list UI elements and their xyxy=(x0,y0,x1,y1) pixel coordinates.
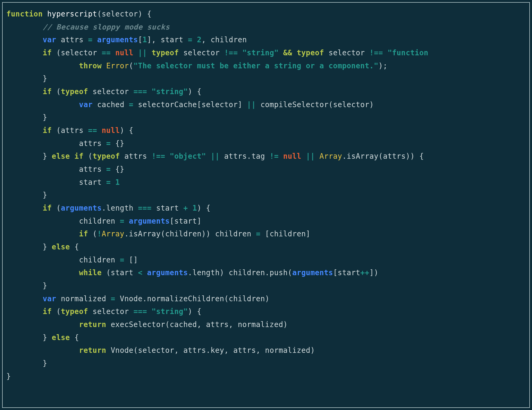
code-token: ++ xyxy=(360,268,369,277)
code-token xyxy=(115,217,120,225)
code-token: attrs xyxy=(233,346,256,354)
code-token: ); xyxy=(379,61,388,70)
code-token: { xyxy=(197,87,201,96)
code-token xyxy=(6,113,43,122)
code-token xyxy=(206,152,211,160)
code-token: Vnode xyxy=(120,294,142,303)
code-token: selector xyxy=(102,10,138,18)
code-token: if xyxy=(43,204,52,212)
code-token: ( xyxy=(56,204,61,212)
code-token: [ xyxy=(265,229,269,238)
code-token: "string" xyxy=(152,87,188,96)
code-token: selector xyxy=(329,48,365,57)
code-token: ( xyxy=(106,268,111,277)
code-token: normalizeChildren xyxy=(147,294,224,303)
code-token: !== xyxy=(369,48,383,57)
code-token xyxy=(52,48,56,57)
code-token: . xyxy=(342,152,347,160)
code-token xyxy=(202,204,206,212)
code-token xyxy=(242,100,247,109)
code-token: = xyxy=(120,256,124,264)
code-line: } xyxy=(6,74,47,83)
code-token xyxy=(143,268,147,277)
code-token xyxy=(156,35,161,44)
code-token xyxy=(134,100,138,109)
code-token xyxy=(84,152,88,160)
code-token: ( xyxy=(129,61,134,70)
code-token xyxy=(52,307,56,316)
code-token: === xyxy=(134,87,147,96)
code-token xyxy=(6,281,43,290)
code-line: if (!Array.isArray(children)) children =… xyxy=(6,229,310,238)
code-token: )) xyxy=(406,152,415,160)
code-token: , xyxy=(224,346,229,354)
code-token: && xyxy=(283,48,292,57)
code-token: ]) xyxy=(369,268,379,277)
code-token: , xyxy=(202,35,206,44)
code-token: . xyxy=(124,229,129,238)
code-token xyxy=(97,126,102,135)
code-token: start xyxy=(338,268,360,277)
code-line: children = arguments[start] xyxy=(6,217,201,225)
code-line: attrs = {} xyxy=(6,139,124,148)
code-token: ( xyxy=(97,10,102,18)
code-token: var xyxy=(43,35,56,44)
code-token: [ xyxy=(170,217,174,225)
code-token xyxy=(106,320,111,329)
code-token: ( xyxy=(56,126,61,135)
code-token xyxy=(93,100,97,109)
code-token: // Because sloppy mode sucks xyxy=(43,23,170,31)
code-token: = xyxy=(188,35,192,44)
code-token: while xyxy=(79,268,102,277)
code-token: Vnode xyxy=(111,346,133,354)
code-token: attrs xyxy=(383,152,406,160)
code-token xyxy=(47,333,52,342)
code-token: . xyxy=(188,268,192,277)
code-token xyxy=(52,87,56,96)
code-token: null xyxy=(115,48,133,57)
code-token xyxy=(115,294,120,303)
code-line: while (start < arguments.length) childre… xyxy=(6,268,379,277)
code-token: if xyxy=(43,48,52,57)
code-line: var cached = selectorCache[selector] || … xyxy=(6,100,374,109)
code-token xyxy=(70,242,74,251)
code-token: compileSelector xyxy=(260,100,329,109)
code-line: if (attrs == null) { xyxy=(6,126,134,135)
code-token: !== xyxy=(152,152,165,160)
code-token: typeof xyxy=(61,87,88,96)
code-token xyxy=(192,307,197,316)
code-line: return execSelector(cached, attrs, norma… xyxy=(6,320,288,329)
code-token: tag xyxy=(251,152,265,160)
code-token: start xyxy=(174,217,197,225)
code-token: else if xyxy=(52,152,84,160)
code-token: attrs xyxy=(61,35,84,44)
code-token xyxy=(365,48,369,57)
code-token xyxy=(124,126,129,135)
code-token xyxy=(6,307,43,316)
code-token: . xyxy=(143,294,147,303)
code-token: arguments xyxy=(292,268,333,277)
code-token xyxy=(415,152,419,160)
code-editor-pane[interactable]: function hyperscript(selector) { // Beca… xyxy=(2,2,530,408)
code-token xyxy=(324,48,329,57)
code-token xyxy=(84,126,88,135)
code-token: ) xyxy=(283,320,288,329)
code-token xyxy=(6,126,43,135)
code-token xyxy=(229,346,233,354)
code-token: {} xyxy=(115,165,124,173)
code-token: ) xyxy=(188,87,192,96)
code-token: = xyxy=(120,217,124,225)
code-token: children xyxy=(211,35,247,44)
code-token: = xyxy=(256,229,260,238)
code-line: children = [] xyxy=(6,256,138,264)
code-token: { xyxy=(129,126,134,135)
code-token xyxy=(315,152,319,160)
code-token xyxy=(292,48,297,57)
code-token xyxy=(211,229,215,238)
code-token: Array xyxy=(102,229,124,238)
code-token: 1 xyxy=(192,204,197,212)
code-token xyxy=(6,346,79,354)
code-token: selector xyxy=(138,346,174,354)
code-token: [ xyxy=(138,35,143,44)
code-token: function xyxy=(6,10,43,18)
